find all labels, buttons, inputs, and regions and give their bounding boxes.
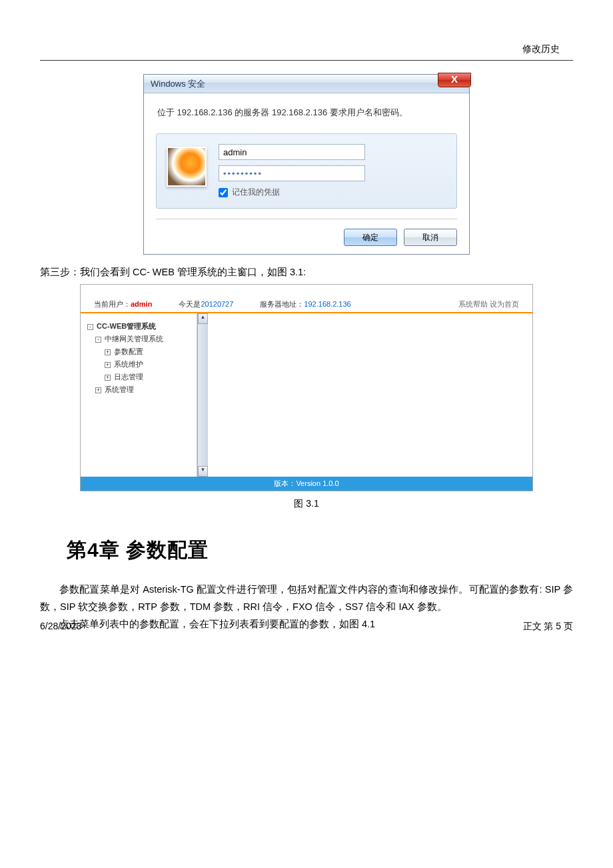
- tree-param-config[interactable]: +参数配置: [83, 345, 194, 358]
- today-date: 今天是20120727: [179, 299, 233, 309]
- cancel-button[interactable]: 取消: [404, 229, 457, 246]
- remember-label: 记住我的凭据: [232, 187, 280, 198]
- tree-system-maint[interactable]: +系统维护: [83, 358, 194, 371]
- tree-system-mgmt[interactable]: +系统管理: [83, 383, 194, 396]
- set-home-link[interactable]: 设为首页: [490, 300, 519, 308]
- scroll-down-icon[interactable]: ▼: [198, 466, 208, 477]
- chapter-4-heading: 第4章 参数配置: [67, 537, 573, 564]
- step3-text: 第三步：我们会看到 CC- WEB 管理系统的主窗口，如图 3.1:: [40, 265, 573, 280]
- dialog-message: 位于 192.168.2.136 的服务器 192.168.2.136 要求用户…: [157, 107, 456, 119]
- main-content-area: [208, 313, 532, 477]
- tree-log-mgmt[interactable]: +日志管理: [83, 371, 194, 383]
- page-header-right: 修改历史: [522, 43, 560, 55]
- credentials-panel: 记住我的凭据: [156, 133, 457, 209]
- server-address: 服务器地址：192.168.2.136: [260, 299, 350, 309]
- scroll-up-icon[interactable]: ▲: [198, 313, 208, 324]
- help-link[interactable]: 系统帮助: [458, 300, 488, 308]
- para-1: 参数配置菜单是对 Asterisk-TG 配置文件进行管理，包括对配置文件内容的…: [40, 581, 573, 615]
- tree-scrollbar[interactable]: ▲ ▼: [197, 313, 208, 477]
- close-icon[interactable]: X: [438, 73, 471, 87]
- nav-tree: -CC-WEB管理系统 -中继网关管理系统 +参数配置 +系统维护 +日志管理 …: [81, 313, 197, 477]
- figure-3-1-caption: 图 3.1: [40, 498, 573, 510]
- remember-checkbox[interactable]: [219, 188, 228, 197]
- dialog-title: Windows 安全: [151, 78, 205, 90]
- current-user: 当前用户：admin: [94, 299, 152, 309]
- ccweb-screenshot: 当前用户：admin 今天是20120727 服务器地址：192.168.2.1…: [80, 284, 533, 491]
- tree-gateway-mgmt[interactable]: -中继网关管理系统: [83, 333, 194, 345]
- username-input[interactable]: [219, 144, 365, 160]
- tree-root[interactable]: -CC-WEB管理系统: [83, 320, 194, 333]
- footer-page: 正文 第 5 页: [523, 621, 573, 633]
- header-rule: [40, 60, 573, 61]
- ok-button[interactable]: 确定: [344, 229, 397, 246]
- password-input[interactable]: [219, 165, 365, 181]
- windows-security-dialog: Windows 安全 X 位于 192.168.2.136 的服务器 192.1…: [143, 74, 470, 255]
- footer-date: 6/28/2023: [40, 621, 81, 633]
- version-footer: 版本：Version 1.0.0: [81, 477, 532, 491]
- user-avatar-thumb: [167, 147, 207, 187]
- dialog-titlebar: Windows 安全: [144, 75, 469, 93]
